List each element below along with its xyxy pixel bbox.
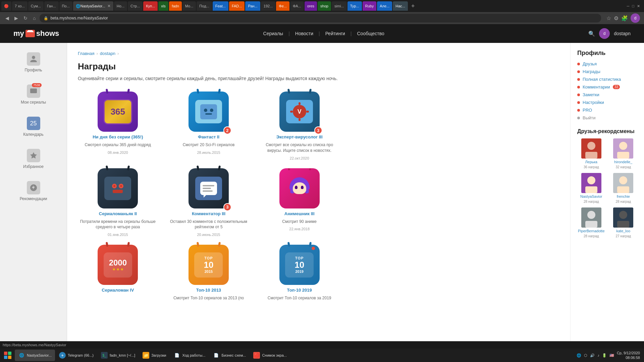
tab-item[interactable]: Сум... bbox=[28, 1, 44, 11]
reload-button[interactable]: ↻ bbox=[22, 15, 29, 21]
bookmark-button[interactable]: ☆ bbox=[606, 15, 611, 21]
nav-ratings[interactable]: Рейтинги bbox=[320, 31, 351, 36]
taskbar-start[interactable] bbox=[1, 350, 14, 361]
clock-time: 08:06:58 bbox=[617, 355, 640, 360]
user-avatar[interactable]: d bbox=[599, 28, 610, 39]
award-title-virus[interactable]: Эксперт-вирусолог III bbox=[276, 134, 323, 139]
profile-link-friends[interactable]: Друзья bbox=[577, 61, 637, 66]
tab-item[interactable]: xls bbox=[158, 1, 168, 11]
tab-item[interactable]: Feat... bbox=[213, 1, 228, 11]
award-badge-maniac[interactable] bbox=[98, 168, 138, 208]
award-title-fantat[interactable]: Фантаст II bbox=[198, 134, 219, 139]
award-badge-anime[interactable] bbox=[279, 168, 320, 208]
award-title-365[interactable]: Ни дня без серии (365!) bbox=[93, 134, 143, 139]
page-description: Оценивайте серии и сериалы, смотрите сер… bbox=[78, 75, 559, 82]
tab-item[interactable]: 7 хо... bbox=[12, 1, 28, 11]
settings-button[interactable]: ⚙ bbox=[614, 15, 619, 21]
extensions-button[interactable]: 🧩 bbox=[621, 15, 628, 21]
profile-link-awards[interactable]: Награды bbox=[577, 69, 637, 74]
tab-active[interactable]: 🌐 NastyaSavior... ✕ bbox=[73, 1, 113, 11]
username-label[interactable]: dostapn bbox=[614, 31, 631, 36]
award-badge-fantat[interactable]: 2 bbox=[189, 92, 229, 132]
dot-icon bbox=[577, 94, 580, 96]
close-button[interactable]: ✕ bbox=[637, 4, 640, 8]
award-title-anime[interactable]: Анимешник III bbox=[284, 211, 315, 216]
profile-link-settings[interactable]: Настройки bbox=[577, 100, 637, 105]
forward-button[interactable]: ▶ bbox=[13, 15, 19, 21]
profile-link-logout[interactable]: Выйти bbox=[577, 115, 637, 120]
award-badge-virus[interactable]: V 3 bbox=[279, 92, 320, 132]
tab-favicon: 🌐 bbox=[76, 4, 80, 8]
award-badge-top2019[interactable]: TOP 10 2019 bbox=[279, 245, 320, 285]
award-badge-comment[interactable]: 3 bbox=[189, 168, 229, 208]
breadcrumb-user[interactable]: dostapn bbox=[100, 51, 115, 56]
tab-item[interactable]: Typ... bbox=[347, 1, 362, 11]
tab-item[interactable]: Ган... bbox=[44, 1, 59, 11]
minimize-button[interactable]: ─ bbox=[627, 4, 630, 8]
award-title-top2019[interactable]: Топ-10 2019 bbox=[287, 288, 312, 293]
award-badge-2000[interactable]: 2000 ★ ★ ★ bbox=[98, 245, 138, 285]
taskbar-terminal[interactable]: $_ fadn_kmn [~/...] bbox=[98, 350, 139, 361]
award-title-maniac[interactable]: Сериаломаньяк II bbox=[99, 211, 137, 216]
sidebar-item-favorites[interactable]: Избранное bbox=[0, 146, 67, 172]
tab-item[interactable]: shop bbox=[318, 1, 331, 11]
profile-link-comments[interactable]: Комментарии 33 bbox=[577, 84, 637, 89]
award-badge-top2013[interactable]: TOP 10 2015 bbox=[189, 245, 229, 285]
profile-link-stats[interactable]: Полная статистика bbox=[577, 77, 637, 82]
tab-item[interactable]: По... bbox=[59, 1, 72, 11]
new-tab-button[interactable]: + bbox=[411, 3, 415, 10]
sidebar-item-calendar[interactable]: 25 Календарь bbox=[0, 114, 67, 139]
friend-item[interactable]: frenchie 28 наград bbox=[609, 173, 638, 203]
friend-item[interactable]: kate_loo 27 наград bbox=[609, 207, 638, 238]
taskbar-doc2[interactable]: 📄 Бизнес схем... bbox=[210, 350, 250, 361]
tab-item[interactable]: Но... bbox=[114, 1, 127, 11]
tab-item[interactable]: fadn bbox=[169, 1, 181, 11]
tab-item[interactable]: Ран... bbox=[245, 1, 260, 11]
taskbar-doc1[interactable]: 📄 Ход работы... bbox=[170, 350, 209, 361]
search-button[interactable]: 🔍 bbox=[588, 31, 595, 37]
nav-news[interactable]: Новости bbox=[290, 31, 319, 36]
profile-link-pro[interactable]: PRO bbox=[577, 108, 637, 113]
breadcrumb-home[interactable]: Главная bbox=[78, 51, 94, 56]
award-title-2000[interactable]: Сериаломан IV bbox=[102, 288, 134, 293]
tab-item[interactable]: 192... bbox=[261, 1, 276, 11]
tab-item[interactable]: Фе... bbox=[276, 1, 289, 11]
award-title-comment[interactable]: Комментатор III bbox=[192, 211, 225, 216]
taskbar-files[interactable]: 📁 Загрузки bbox=[139, 350, 169, 361]
tab-item[interactable]: Стр... bbox=[128, 1, 143, 11]
back-button[interactable]: ◀ bbox=[4, 15, 10, 21]
friend-item[interactable]: Лерька 36 наград bbox=[577, 138, 605, 169]
sidebar-item-recommendations[interactable]: Рекомендации bbox=[0, 178, 67, 204]
tab-item[interactable]: ФА... bbox=[290, 1, 304, 11]
maximize-button[interactable]: □ bbox=[632, 4, 634, 8]
award-desc-anime: Смотрит 90 аниме bbox=[282, 219, 317, 225]
sidebar-item-myshows[interactable]: 7538 Мои сериалы bbox=[0, 82, 67, 107]
tab-item[interactable]: Куп... bbox=[143, 1, 158, 11]
friend-item[interactable]: PiperBernadotte 28 наград bbox=[577, 207, 605, 238]
tab-item[interactable]: FAD... bbox=[229, 1, 245, 11]
award-title-top2013[interactable]: Топ-10 2013 bbox=[196, 288, 221, 293]
home-button[interactable]: ⌂ bbox=[32, 15, 37, 21]
taskbar-telegram[interactable]: ✈ Telegram (66...) bbox=[56, 350, 97, 361]
tab-item[interactable]: Але... bbox=[377, 1, 392, 11]
friend-item[interactable]: NastyaSavior 28 наград bbox=[577, 173, 605, 203]
taskbar-browser[interactable]: 🌐 NastyaSavior... bbox=[15, 350, 55, 361]
site-logo[interactable]: myshows bbox=[13, 29, 59, 38]
profile-link-notes[interactable]: Заметки bbox=[577, 92, 637, 97]
award-badge-365[interactable]: 365 bbox=[98, 92, 138, 132]
tab-item[interactable]: Под... bbox=[197, 1, 212, 11]
sidebar-item-profile[interactable]: Профиль bbox=[0, 50, 67, 75]
tab-item[interactable]: Мо... bbox=[182, 1, 196, 11]
tab-item[interactable]: Ruby bbox=[363, 1, 377, 11]
url-box[interactable]: 🔒 beta.myshows.me/NastyaSavior bbox=[40, 14, 601, 22]
friend-item[interactable]: hirondelle_ 32 наград bbox=[609, 138, 638, 169]
taskbar-screenshot[interactable]: 🔴 Снимок экра... bbox=[250, 350, 290, 361]
nav-community[interactable]: Сообщество bbox=[352, 31, 390, 36]
profile-avatar[interactable]: d bbox=[631, 13, 640, 23]
tab-close[interactable]: ✕ bbox=[107, 4, 111, 8]
tab-item[interactable]: 🔴 bbox=[1, 1, 11, 11]
tab-item[interactable]: simi... bbox=[332, 1, 347, 11]
tab-item[interactable]: Нас... bbox=[393, 1, 408, 11]
tab-item[interactable]: ores bbox=[305, 1, 317, 11]
nav-serials[interactable]: Сериалы bbox=[258, 31, 289, 36]
